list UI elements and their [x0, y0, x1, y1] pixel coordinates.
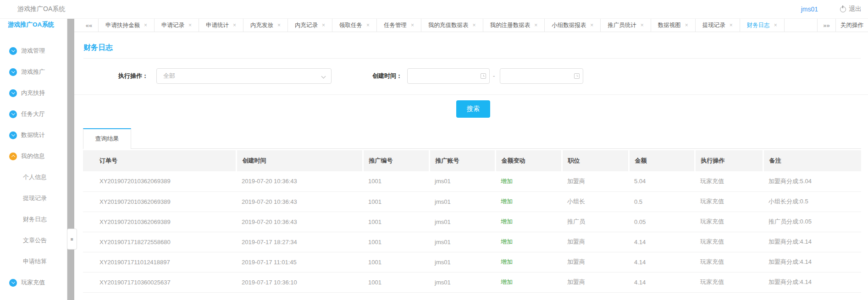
chevron-icon: [11, 111, 15, 115]
sidebar: 游戏推广OA系统 游戏管理游戏推广内充扶持任务大厅数据统计我的信息个人信息提现记…: [0, 19, 74, 300]
title-divider: [83, 58, 861, 59]
tab-close-icon[interactable]: ×: [144, 22, 147, 28]
tab-close-icon[interactable]: ×: [590, 22, 593, 28]
sidebar-item-label: 我的信息: [21, 152, 45, 160]
chevron-up-circle-icon: [9, 153, 17, 160]
date-range-separator: -: [493, 68, 495, 84]
table-cell: 增加: [495, 171, 562, 191]
sidebar-item[interactable]: 游戏推广: [0, 61, 74, 82]
table-cell: 推广员分成:0.05: [763, 212, 861, 232]
chevron-down-circle-icon: [9, 131, 17, 139]
date-from-input[interactable]: [407, 68, 490, 84]
tabs-scroll-right-button[interactable]: »»: [817, 19, 835, 32]
sidebar-subitem[interactable]: 提现记录: [0, 188, 74, 209]
tab-close-icon[interactable]: ×: [366, 22, 370, 28]
table-header-cell: 创建时间: [236, 150, 363, 171]
table-cell: 4.14: [629, 232, 695, 252]
sidebar-scrollbar[interactable]: [67, 19, 74, 300]
tab-spacer: [785, 19, 817, 32]
finance-log-table: 订单号创建时间推广编号推广账号金额变动职位金额执行操作备注 XY20190720…: [83, 150, 861, 293]
tab-close-icon[interactable]: ×: [411, 22, 414, 28]
sidebar-item[interactable]: 任务大厅: [0, 104, 74, 125]
tab-item[interactable]: 我的注册数据表×: [483, 19, 545, 32]
tab-item[interactable]: 申请记录×: [154, 19, 199, 32]
tab-close-icon[interactable]: ×: [641, 22, 644, 28]
sidebar-subitem[interactable]: 文章公告: [0, 230, 74, 251]
right-column: «« 申请扶持金额×申请记录×申请统计×内充发放×内充记录×领取任务×任务管理×…: [74, 19, 868, 300]
date-to-input[interactable]: [500, 68, 583, 84]
tab-close-icon[interactable]: ×: [473, 22, 476, 28]
table-cell: XY2019071710360025637: [83, 272, 236, 292]
results-tab[interactable]: 查询结果: [83, 128, 131, 149]
sidebar-subitem[interactable]: 申请结算: [0, 251, 74, 272]
scroll-right-icon: »»: [823, 22, 829, 29]
chevron-down-circle-icon: [9, 47, 17, 55]
table-cell: XY2019071711012418897: [83, 252, 236, 272]
tabs-scroll-left-button[interactable]: ««: [80, 19, 98, 32]
table-cell: jms01: [429, 232, 495, 252]
tab-label: 领取任务: [339, 22, 362, 29]
sidebar-item-label: 数据统计: [21, 131, 45, 139]
table-cell: 玩家充值: [695, 252, 763, 272]
table-row: XY20190720103620693892019-07-20 10:36:43…: [83, 171, 861, 191]
tab-item[interactable]: 小组数据报表×: [544, 19, 600, 32]
tab-item[interactable]: 申请统计×: [199, 19, 243, 32]
table-cell: 玩家充值: [695, 272, 763, 292]
sidebar-item-label: 游戏管理: [21, 47, 45, 55]
username-link[interactable]: jms01: [801, 5, 818, 13]
tab-bar: «« 申请扶持金额×申请记录×申请统计×内充发放×内充记录×领取任务×任务管理×…: [74, 19, 868, 32]
tab-close-icon[interactable]: ×: [233, 22, 236, 28]
sidebar-title: 游戏推广OA系统: [0, 19, 74, 32]
sidebar-item[interactable]: 我的信息: [0, 146, 74, 167]
tab-close-icon[interactable]: ×: [277, 22, 281, 28]
table-cell: jms01: [429, 191, 495, 212]
table-cell: 小组长: [562, 191, 629, 212]
close-operations-button[interactable]: 关闭操作: [835, 19, 868, 32]
sidebar-item-label: 内充扶持: [21, 89, 45, 97]
tab-close-icon[interactable]: ×: [685, 22, 688, 28]
tab-item[interactable]: 推广员统计×: [600, 19, 651, 32]
table-cell: 小组长分成:0.5: [763, 191, 861, 212]
table-cell: jms01: [429, 252, 495, 272]
tab-item[interactable]: 数据视图×: [651, 19, 695, 32]
tab-label: 任务管理: [384, 22, 407, 29]
tab-item[interactable]: 内充记录×: [287, 19, 332, 32]
tab-close-icon[interactable]: ×: [774, 22, 777, 28]
tab-label: 提现记录: [702, 22, 725, 29]
operation-select[interactable]: 全部: [156, 68, 332, 84]
logout-button[interactable]: 退出: [840, 5, 862, 13]
tab-close-icon[interactable]: ×: [322, 22, 325, 28]
sidebar-collapse-handle[interactable]: ≡: [67, 229, 77, 250]
results-tab-divider: [83, 148, 861, 149]
table-cell: jms01: [429, 212, 495, 232]
sidebar-item[interactable]: 玩家充值: [0, 272, 74, 293]
table-cell: 2019-07-17 10:36:10: [236, 272, 363, 292]
sidebar-item[interactable]: 游戏管理: [0, 40, 74, 61]
tab-item[interactable]: 申请扶持金额×: [98, 19, 154, 32]
table-cell: 4.14: [629, 272, 695, 292]
search-button[interactable]: 搜索: [456, 100, 490, 118]
tab-item[interactable]: 提现记录×: [695, 19, 740, 32]
tab-item[interactable]: 财务日志×: [740, 19, 785, 32]
tab-close-icon[interactable]: ×: [534, 22, 537, 28]
table-cell: 加盟商分成:5.04: [763, 171, 861, 191]
chevron-icon: [11, 280, 15, 284]
tab-label: 申请扶持金额: [105, 22, 140, 29]
tab-item[interactable]: 内充发放×: [243, 19, 287, 32]
tab-item[interactable]: 我的充值数据表×: [421, 19, 483, 32]
table-cell: 玩家充值: [695, 171, 763, 191]
sidebar-subitem[interactable]: 财务日志: [0, 209, 74, 230]
table-cell: 2019-07-20 10:36:43: [236, 191, 363, 212]
sidebar-item[interactable]: 内充扶持: [0, 82, 74, 104]
chevron-down-circle-icon: [9, 110, 17, 118]
tab-close-icon[interactable]: ×: [188, 22, 192, 28]
sidebar-item[interactable]: 数据统计: [0, 125, 74, 146]
table-cell: 1001: [363, 272, 429, 292]
logout-label: 退出: [849, 5, 862, 13]
table-cell: 0.5: [629, 191, 695, 212]
tab-item[interactable]: 领取任务×: [332, 19, 376, 32]
tab-close-icon[interactable]: ×: [730, 22, 733, 28]
chevron-icon: [11, 48, 15, 52]
tab-item[interactable]: 任务管理×: [376, 19, 421, 32]
sidebar-subitem[interactable]: 个人信息: [0, 167, 74, 188]
